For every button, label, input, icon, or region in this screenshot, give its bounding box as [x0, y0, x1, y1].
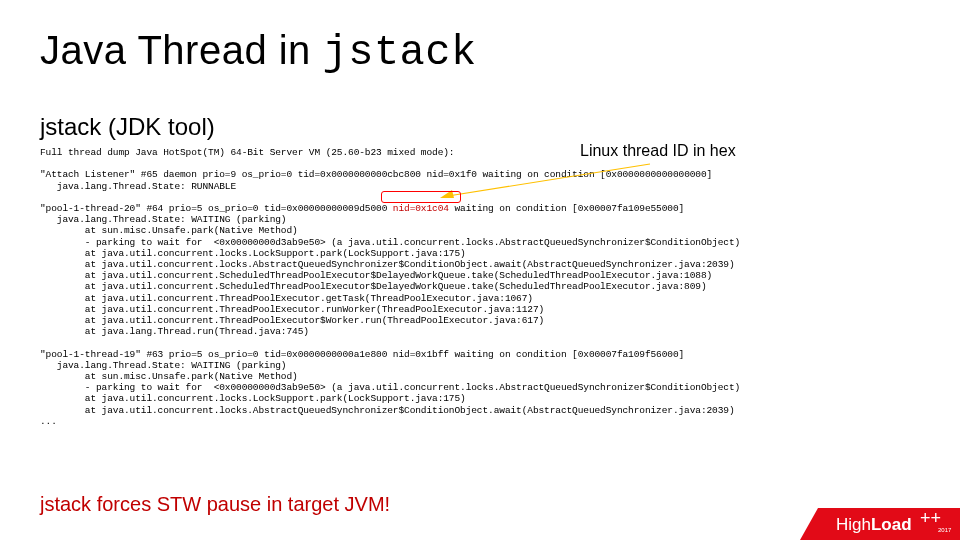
- dump-line: java.lang.Thread.State: WAITING (parking…: [40, 214, 286, 225]
- dump-line: "Attach Listener" #65 daemon prio=9 os_p…: [40, 169, 426, 180]
- title-mono: jstack: [322, 29, 476, 77]
- dump-line: at sun.misc.Unsafe.park(Native Method): [40, 371, 298, 382]
- dump-line: at java.util.concurrent.ThreadPoolExecut…: [40, 293, 533, 304]
- dump-line: - parking to wait for <0x00000000d3ab9e5…: [40, 382, 740, 393]
- dump-line: at java.util.concurrent.ThreadPoolExecut…: [40, 315, 544, 326]
- dump-line: waiting on condition [0x00007fa109e55000…: [449, 203, 684, 214]
- slide: Java Thread in jstack jstack (JDK tool) …: [0, 0, 960, 540]
- dump-line: ...: [40, 416, 57, 427]
- dump-line: "pool-1-thread-19" #63 prio=5 os_prio=0 …: [40, 349, 684, 360]
- slide-title: Java Thread in jstack: [40, 28, 920, 77]
- title-prefix: Java Thread in: [40, 28, 322, 72]
- dump-line: at java.lang.Thread.run(Thread.java:745): [40, 326, 309, 337]
- dump-line: at sun.misc.Unsafe.park(Native Method): [40, 225, 298, 236]
- dump-line: java.lang.Thread.State: WAITING (parking…: [40, 360, 286, 371]
- dump-line: at java.util.concurrent.locks.AbstractQu…: [40, 259, 735, 270]
- svg-text:++: ++: [920, 508, 941, 528]
- dump-line: java.lang.Thread.State: RUNNABLE: [40, 181, 236, 192]
- dump-line: Full thread dump Java HotSpot(TM) 64-Bit…: [40, 147, 454, 158]
- dump-line: at java.util.concurrent.locks.AbstractQu…: [40, 405, 735, 416]
- dump-nid: nid=0x1f0: [426, 169, 476, 180]
- conference-logo: HighLoad ++ 2017: [800, 504, 960, 540]
- dump-line: at java.util.concurrent.locks.LockSuppor…: [40, 393, 466, 404]
- dump-line: - parking to wait for <0x00000000d3ab9e5…: [40, 237, 740, 248]
- thread-dump: Full thread dump Java HotSpot(TM) 64-Bit…: [40, 147, 920, 427]
- dump-line: at java.util.concurrent.ThreadPoolExecut…: [40, 304, 544, 315]
- svg-text:HighLoad: HighLoad: [836, 515, 912, 534]
- dump-line: at java.util.concurrent.ScheduledThreadP…: [40, 270, 712, 281]
- slide-subtitle: jstack (JDK tool): [40, 113, 920, 141]
- callout-label: Linux thread ID in hex: [580, 142, 736, 160]
- svg-text:2017: 2017: [938, 527, 952, 533]
- dump-line: "pool-1-thread-20" #64 prio=5 os_prio=0 …: [40, 203, 393, 214]
- dump-nid-highlight: nid=0x1c04: [393, 203, 449, 214]
- dump-line: waiting on condition [0x0000000000000000…: [477, 169, 712, 180]
- dump-line: at java.util.concurrent.ScheduledThreadP…: [40, 281, 707, 292]
- dump-line: at java.util.concurrent.locks.LockSuppor…: [40, 248, 466, 259]
- footer-warning: jstack forces STW pause in target JVM!: [40, 493, 390, 516]
